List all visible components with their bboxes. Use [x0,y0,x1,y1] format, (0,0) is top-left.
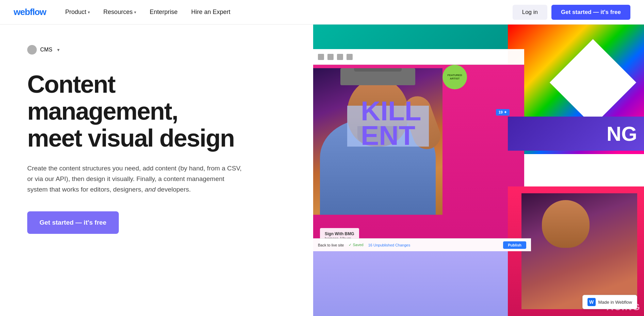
hat-top [354,68,402,72]
made-in-webflow-label: Made in Webflow [598,300,632,305]
ng-section: NG [508,117,644,151]
right-panel: KILL ENT Featured Artist Sign With BMG h… [313,25,644,316]
sign-text: Sign With BMG [325,231,354,236]
corner-badge: 19 ✦ [496,109,510,116]
nav-resources[interactable]: Resources ▾ [98,6,142,18]
back-to-site[interactable]: Back to live site [318,243,344,247]
nav-hire-expert-label: Hire an Expert [191,9,230,16]
bottom-blue-area [313,251,531,316]
toolbar-icon-2 [327,54,334,60]
publish-button[interactable]: Publish [503,241,526,249]
publish-bar: Back to live site ✓ Saved 16 Unpublished… [313,238,531,251]
webflow-w-icon: W [587,298,596,306]
chevron-down-icon: ▾ [88,10,90,15]
cms-badge[interactable]: CMS ▾ [27,45,286,55]
acing-person [521,193,637,309]
hero-description-text: Create the content structures you need, … [27,165,242,193]
cms-chevron-icon: ▾ [57,47,60,52]
hero-heading: Content management, meet visual design [27,71,238,152]
navbar-cta-button[interactable]: Get started — it's free [551,5,630,20]
navbar-actions: Log in Get started — it's free [513,5,630,20]
toolbar-icon-4 [347,54,353,60]
hero-cta-button[interactable]: Get started — it's free [27,211,119,234]
teal-strip [313,25,517,49]
featured-badge: Featured Artist [442,65,467,89]
pink-content-area: KILL ENT Featured Artist Sign With BMG h… [313,65,524,251]
nav-enterprise[interactable]: Enterprise [144,6,183,18]
saved-indicator: ✓ Saved [349,243,363,247]
ng-text: NG [607,122,637,146]
acing-head [542,200,590,248]
nav-enterprise-label: Enterprise [150,9,178,16]
nav-product-label: Product [65,9,86,16]
toolbar-icon-1 [318,54,324,60]
hero-description-italic: and [145,186,156,193]
chevron-down-icon: ▾ [134,10,136,15]
nav-resources-label: Resources [103,9,133,16]
kill-text: KILL ENT [361,99,421,148]
hero-description-text-end: developers. [156,186,191,193]
cms-icon [27,45,37,55]
nav-hire-expert[interactable]: Hire an Expert [186,6,236,18]
cms-label: CMS [40,47,52,53]
webflow-toolbar [313,49,524,65]
nav-menu: Product ▾ Resources ▾ Enterprise Hire an… [60,6,513,18]
brand-logo[interactable]: webflow [14,7,46,17]
login-button[interactable]: Log in [513,5,547,20]
left-panel: CMS ▾ Content management, meet visual de… [0,25,313,316]
nav-product[interactable]: Product ▾ [60,6,95,18]
unpublished-changes[interactable]: 16 Unpublished Changes [368,243,410,247]
main-content: CMS ▾ Content management, meet visual de… [0,25,644,316]
toolbar-icon-3 [337,54,343,60]
made-in-webflow-badge[interactable]: W Made in Webflow [582,295,637,309]
hero-description: Create the content structures you need, … [27,163,245,195]
navbar: webflow Product ▾ Resources ▾ Enterprise… [0,0,644,25]
